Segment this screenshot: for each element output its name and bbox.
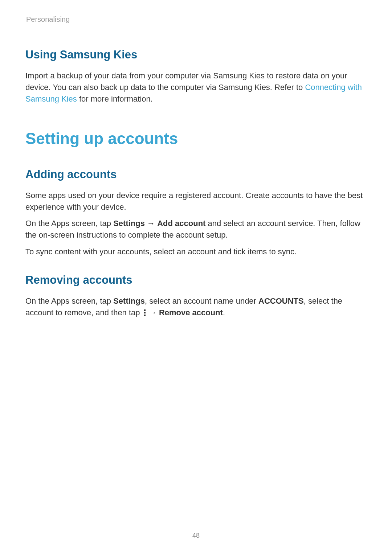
text-bold-settings: Settings [113, 219, 145, 228]
header-tick-marks [18, 0, 22, 21]
heading-removing-accounts: Removing accounts [25, 274, 367, 287]
arrow-icon: → [147, 308, 159, 317]
paragraph: On the Apps screen, tap Settings, select… [25, 295, 367, 319]
paragraph: Import a backup of your data from your c… [25, 70, 367, 105]
text-bold-add-account: Add account [157, 219, 205, 228]
paragraph: To sync content with your accounts, sele… [25, 246, 367, 258]
paragraph: On the Apps screen, tap Settings → Add a… [25, 218, 367, 241]
arrow-icon: → [145, 219, 157, 228]
text: , select an account name under [145, 296, 258, 305]
heading-setting-up-accounts: Setting up accounts [25, 130, 367, 148]
more-options-icon [144, 309, 146, 316]
text: Import a backup of your data from your c… [25, 71, 347, 92]
text-bold-accounts: ACCOUNTS [258, 296, 304, 305]
breadcrumb: Personalising [26, 15, 367, 24]
section-removing-accounts: Removing accounts On the Apps screen, ta… [25, 274, 367, 319]
text-bold-settings: Settings [113, 296, 145, 305]
heading-using-samsung-kies: Using Samsung Kies [25, 48, 367, 61]
section-using-samsung-kies: Using Samsung Kies Import a backup of yo… [25, 48, 367, 105]
text-bold-remove-account: Remove account [159, 308, 223, 317]
text: On the Apps screen, tap [25, 296, 113, 305]
text: for more information. [77, 94, 153, 103]
heading-adding-accounts: Adding accounts [25, 168, 367, 181]
text: On the Apps screen, tap [25, 219, 113, 228]
paragraph: Some apps used on your device require a … [25, 190, 367, 213]
page-content: Personalising Using Samsung Kies Import … [0, 0, 392, 319]
section-adding-accounts: Adding accounts Some apps used on your d… [25, 168, 367, 258]
text: . [223, 308, 225, 317]
page-number: 48 [0, 532, 392, 539]
